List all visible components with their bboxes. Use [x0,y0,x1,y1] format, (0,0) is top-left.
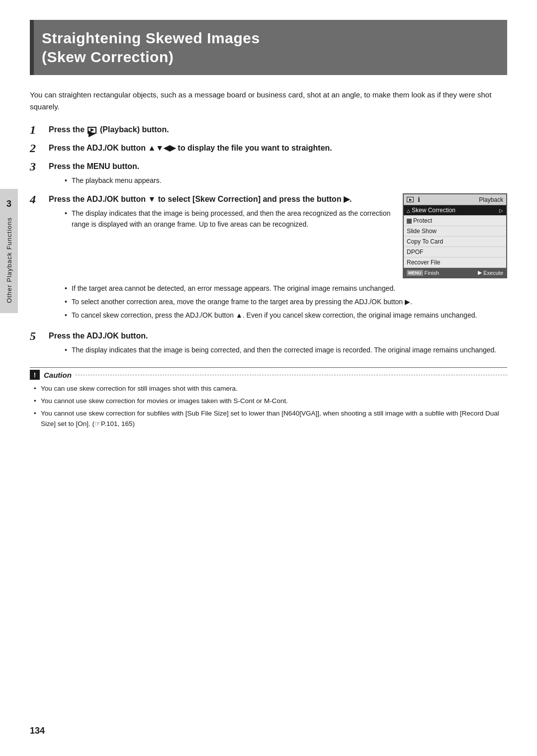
camera-menu-header-icons: ▶ ℹ [407,196,420,203]
step-3: 3 Press the MENU button. The playback me… [30,161,507,189]
menu-row-dpof: DPOF [404,247,506,257]
menu-row-skew: △Skew Correction ▷ [404,205,506,216]
page-title: Straightening Skewed Images (Skew Correc… [42,29,495,66]
step-3-bullets: The playback menu appears. [65,175,507,186]
menu-badge-left: MENU [407,270,423,276]
step-1-content: Press the ▶ (Playback) button. [49,124,507,136]
caution-item-1: You can use skew correction for still im… [34,384,507,394]
step-5-bullets: The display indicates that the image is … [65,345,507,356]
camera-menu-footer-left: MENU Finish [407,270,439,276]
menu-row-copytocard: Copy To Card [404,237,506,247]
caution-list: You can use skew correction for still im… [34,384,507,429]
caution-icon: ! [30,370,40,380]
menu-row-protect-label: Protect [407,217,432,224]
step-2-title: Press the ADJ./OK button ▲▼◀▶ to display… [49,142,507,154]
camera-menu-footer: MENU Finish ▶ Execute [404,268,506,277]
playback-icon: ▶ [88,127,96,134]
menu-header-icon2: ℹ [418,196,420,203]
caution-label: Caution [44,371,72,379]
step-3-bullet-1: The playback menu appears. [65,175,507,186]
step-4-left: Press the ADJ./OK button ▼ to select [Sk… [49,193,393,278]
menu-row-recoverfile-label: Recover File [407,259,440,266]
main-content: Straightening Skewed Images (Skew Correc… [30,0,507,461]
step-1-number: 1 [30,123,46,137]
menu-row-slideshow: Slide Show [404,226,506,237]
camera-menu-footer-right: ▶ Execute [478,269,503,276]
menu-row-dpof-label: DPOF [407,249,423,255]
page-number: 134 [30,726,45,736]
step-4-right: ▶ ℹ Playback △Skew Correction ▷ [403,193,507,278]
step-4-bullets: The display indicates that the image is … [65,208,393,230]
step-4-bullet-2: If the target area cannot be detected, a… [65,283,507,294]
page-container: 3 Other Playback Functions Straightening… [0,0,537,756]
camera-menu-header: ▶ ℹ Playback [404,194,506,205]
step-5-content: Press the ADJ./OK button. The display in… [49,330,507,358]
menu-row-copytocard-label: Copy To Card [407,238,443,245]
step-5-bullet-1: The display indicates that the image is … [65,345,507,356]
step-1: 1 Press the ▶ (Playback) button. [30,124,507,137]
menu-row-skew-arrow: ▷ [499,208,503,213]
menu-row-slideshow-label: Slide Show [407,228,437,235]
caution-title: ! Caution [30,368,507,380]
caution-item-3: You cannot use skew correction for subfi… [34,409,507,429]
step-3-number: 3 [30,160,46,174]
step-4-title: Press the ADJ./OK button ▼ to select [Sk… [49,193,393,205]
camera-menu: ▶ ℹ Playback △Skew Correction ▷ [403,193,507,278]
caution-item-2: You cannot use skew correction for movie… [34,396,507,407]
step-4-bullet-1: The display indicates that the image is … [65,208,393,230]
side-tab: 3 Other Playback Functions [0,189,18,313]
side-tab-label: Other Playback Functions [5,217,13,303]
step-4-bullet-4: To cancel skew correction, press the ADJ… [65,310,507,321]
step-4-extra-bullets: If the target area cannot be detected, a… [65,283,507,321]
menu-row-protect: Protect [404,216,506,226]
caution-box: ! Caution You can use skew correction fo… [30,367,507,429]
step-4-layout: Press the ADJ./OK button ▼ to select [Sk… [49,193,507,278]
intro-paragraph: You can straighten rectangular objects, … [30,89,507,113]
step-5: 5 Press the ADJ./OK button. The display … [30,330,507,358]
menu-row-recoverfile: Recover File [404,257,506,268]
menu-playback-icon: ▶ [407,197,414,202]
side-tab-number: 3 [6,199,11,209]
step-2-number: 2 [30,141,46,156]
step-2: 2 Press the ADJ./OK button ▲▼◀▶ to displ… [30,142,507,156]
step-2-content: Press the ADJ./OK button ▲▼◀▶ to display… [49,142,507,154]
title-block: Straightening Skewed Images (Skew Correc… [30,20,507,75]
step-4: 4 Press the ADJ./OK button ▼ to select [… [30,193,507,323]
step-5-title: Press the ADJ./OK button. [49,330,507,342]
step-4-bullet-3: To select another correction area, move … [65,297,507,308]
step-3-content: Press the MENU button. The playback menu… [49,161,507,189]
step-3-title: Press the MENU button. [49,161,507,172]
step-4-number: 4 [30,192,46,207]
step-5-number: 5 [30,329,46,343]
step-1-title: Press the ▶ (Playback) button. [49,124,507,136]
menu-row-skew-label: △Skew Correction [407,207,455,214]
step-4-content: Press the ADJ./OK button ▼ to select [Sk… [49,193,507,323]
camera-menu-title: Playback [479,196,503,203]
